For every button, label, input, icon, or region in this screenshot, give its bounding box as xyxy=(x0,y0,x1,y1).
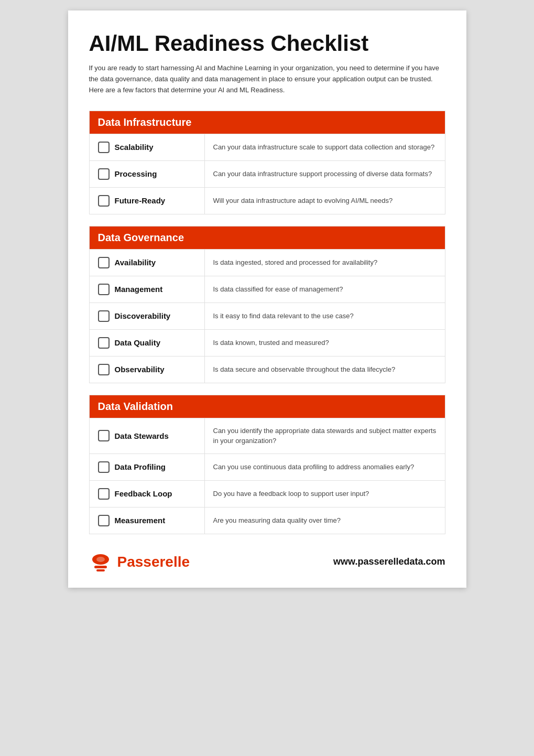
checklist-left-data-infrastructure-0: Scalability xyxy=(90,134,205,160)
checklist-left-data-infrastructure-1: Processing xyxy=(90,161,205,187)
item-label: Observability xyxy=(115,365,165,374)
table-row: Feedback LoopDo you have a feedback loop… xyxy=(90,480,445,507)
table-row: ProcessingCan your data infrastructure s… xyxy=(90,160,445,187)
table-row: ManagementIs data classified for ease of… xyxy=(90,276,445,303)
svg-rect-2 xyxy=(94,566,107,568)
checkbox[interactable] xyxy=(98,168,110,180)
checkbox[interactable] xyxy=(98,515,110,526)
checkbox[interactable] xyxy=(98,461,110,473)
checkbox[interactable] xyxy=(98,195,110,207)
checklist-left-data-validation-3: Measurement xyxy=(90,507,205,534)
checklist-left-data-governance-4: Observability xyxy=(90,357,205,383)
item-label: Measurement xyxy=(115,516,166,525)
item-description: Is data ingested, stored and processed f… xyxy=(205,250,445,276)
checklist-left-data-validation-1: Data Profiling xyxy=(90,454,205,480)
section-data-validation: Data ValidationData StewardsCan you iden… xyxy=(89,395,445,534)
table-row: Data ProfilingCan you use continuous dat… xyxy=(90,453,445,480)
section-header-title-data-validation: Data Validation xyxy=(98,401,173,412)
section-data-infrastructure: Data InfrastructureScalabilityCan your d… xyxy=(89,111,445,214)
section-header-data-governance: Data Governance xyxy=(90,226,445,249)
item-description: Is it easy to find data relevant to the … xyxy=(205,303,445,329)
item-label: Discoverability xyxy=(115,311,171,320)
checklist-left-data-governance-1: Management xyxy=(90,276,205,303)
page-title: AI/ML Readiness Checklist xyxy=(89,31,445,56)
checklist-left-data-governance-0: Availability xyxy=(90,250,205,276)
checklist-left-data-validation-0: Data Stewards xyxy=(90,418,205,453)
item-description: Is data classified for ease of managemen… xyxy=(205,276,445,303)
item-description: Is data known, trusted and measured? xyxy=(205,330,445,356)
item-description: Will your data infrastructure adapt to e… xyxy=(205,188,445,214)
table-row: MeasurementAre you measuring data qualit… xyxy=(90,507,445,534)
checkbox[interactable] xyxy=(98,337,110,349)
checklist-left-data-infrastructure-2: Future-Ready xyxy=(90,188,205,214)
item-description: Are you measuring data quality over time… xyxy=(205,507,445,534)
item-description: Can your data infrastructure support pro… xyxy=(205,161,445,187)
table-row: Future-ReadyWill your data infrastructur… xyxy=(90,187,445,214)
checklist-left-data-governance-3: Data Quality xyxy=(90,330,205,356)
svg-rect-3 xyxy=(96,569,105,571)
svg-point-1 xyxy=(96,557,105,562)
section-header-title-data-infrastructure: Data Infrastructure xyxy=(98,116,192,128)
item-description: Can you use continuous data profiling to… xyxy=(205,454,445,480)
item-label: Processing xyxy=(115,169,157,178)
checkbox[interactable] xyxy=(98,257,110,268)
section-header-data-validation: Data Validation xyxy=(90,395,445,418)
item-label: Management xyxy=(115,285,163,294)
checklist-left-data-validation-2: Feedback Loop xyxy=(90,481,205,507)
footer-logo: Passerelle xyxy=(89,552,190,572)
footer: Passerelle www.passerelledata.com xyxy=(89,547,445,572)
item-description: Is data secure and observable throughout… xyxy=(205,357,445,383)
table-row: ScalabilityCan your data infrastructure … xyxy=(90,134,445,160)
section-data-governance: Data GovernanceAvailabilityIs data inges… xyxy=(89,226,445,383)
section-header-title-data-governance: Data Governance xyxy=(98,232,184,243)
page-container: AI/ML Readiness Checklist If you are rea… xyxy=(68,10,466,588)
footer-url: www.passerelledata.com xyxy=(333,556,445,567)
item-label: Data Quality xyxy=(115,338,161,347)
item-description: Can you identify the appropriate data st… xyxy=(205,418,445,453)
table-row: AvailabilityIs data ingested, stored and… xyxy=(90,249,445,276)
item-label: Future-Ready xyxy=(115,196,166,205)
footer-logo-text: Passerelle xyxy=(117,554,190,570)
item-description: Can your data infrastructure scale to su… xyxy=(205,134,445,160)
item-label: Data Stewards xyxy=(115,431,169,440)
page-description: If you are ready to start harnessing AI … xyxy=(89,63,445,95)
item-label: Availability xyxy=(115,258,156,267)
checkbox[interactable] xyxy=(98,284,110,295)
item-label: Feedback Loop xyxy=(115,489,172,498)
checkbox[interactable] xyxy=(98,142,110,153)
checkbox[interactable] xyxy=(98,310,110,322)
sections-container: Data InfrastructureScalabilityCan your d… xyxy=(89,111,445,534)
passerelle-logo-icon xyxy=(89,552,112,572)
item-description: Do you have a feedback loop to support u… xyxy=(205,481,445,507)
table-row: Data StewardsCan you identify the approp… xyxy=(90,418,445,453)
table-row: Data QualityIs data known, trusted and m… xyxy=(90,329,445,356)
table-row: DiscoverabilityIs it easy to find data r… xyxy=(90,303,445,329)
item-label: Scalability xyxy=(115,143,154,152)
item-label: Data Profiling xyxy=(115,462,166,471)
table-row: ObservabilityIs data secure and observab… xyxy=(90,356,445,383)
checkbox[interactable] xyxy=(98,488,110,500)
checklist-left-data-governance-2: Discoverability xyxy=(90,303,205,329)
checkbox[interactable] xyxy=(98,364,110,375)
checkbox[interactable] xyxy=(98,430,110,441)
section-header-data-infrastructure: Data Infrastructure xyxy=(90,111,445,134)
